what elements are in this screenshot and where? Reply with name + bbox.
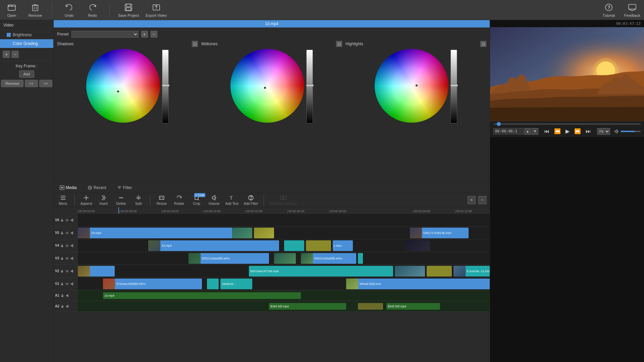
crop-tool[interactable]: Crop 1 Crop [191,194,203,205]
sidebar-item-brightness[interactable]: Brightness [0,31,53,39]
a2-clip-1[interactable]: $345 b5f.mp4 [269,303,346,310]
remove-button[interactable]: Remove [27,3,44,17]
v1-audio-icon[interactable] [70,282,74,286]
track-content-v6[interactable] [78,214,490,226]
a1-lock-icon[interactable] [60,294,64,298]
sidebar-item-color-grading[interactable]: Color Grading [0,39,53,48]
rotate-tool[interactable]: Rotate [173,194,185,205]
goto-end-button[interactable]: ⏭ [584,128,593,135]
preset-remove-button[interactable]: − [151,31,157,38]
highlights-color-wheel[interactable] [375,49,448,124]
step-forward-button[interactable]: ⏩ [572,127,583,135]
v1-clip-3[interactable]: 15edc04... [220,279,252,289]
timeline-tracks[interactable]: V6 V5 10.mp4 [54,214,490,362]
track-content-v3[interactable]: 56521ce8a4bfb.wmv 56521ce8a4bfb.wmv [78,252,490,264]
shadows-color-wheel[interactable] [86,49,160,124]
volume-tool[interactable]: Volume [208,194,220,205]
tab-recent[interactable]: Recent [85,184,109,191]
timecode-input[interactable] [493,128,524,134]
a1-mute-icon[interactable] [65,294,69,298]
volume-slider[interactable] [621,131,641,132]
v1-eye-icon[interactable] [65,282,69,286]
midtones-brightness-slider[interactable] [306,50,313,123]
shadows-expand-button[interactable]: ⊡ [192,41,198,47]
midtones-color-wheel[interactable] [230,49,304,124]
track-content-a2[interactable]: $345 b5f.mp4 $345 b5f.mp4 [78,301,490,311]
delete-tool[interactable]: Delete [115,194,127,205]
v4-clip-5[interactable] [405,240,430,251]
keyframe-next-button[interactable]: >> [39,80,52,87]
a1-clip-1[interactable]: 14.mp4 [103,292,301,299]
highlights-wheel-dot[interactable] [415,84,418,87]
v1-clip-4[interactable]: Wheat field.mov [346,279,490,289]
tutorial-button[interactable]: ? Tutorial [600,3,617,17]
a2-clip-2[interactable] [358,303,383,310]
v6-lock-icon[interactable] [60,218,64,222]
v3-clip-1[interactable]: 56521ce8a4bfb.wmv [189,253,269,264]
v5-eye-icon[interactable] [65,231,69,235]
tab-filter[interactable]: Filter [114,184,135,191]
v2-clip-3[interactable] [395,266,425,277]
add-filter-tool[interactable]: Add Filter [244,194,258,205]
v6-eye-icon[interactable] [65,218,69,222]
track-content-v4[interactable]: 10.mp4 1.mov [78,239,490,252]
append-tool[interactable]: Append [80,194,92,205]
keyframe-prev-button[interactable]: << [25,80,38,87]
v4-audio-icon[interactable] [70,244,74,248]
timecode-down-button[interactable]: ▼ [532,128,538,135]
insert-tool[interactable]: Insert [98,194,110,205]
step-back-button[interactable]: ⏪ [552,127,563,135]
shadows-brightness-slider[interactable] [162,50,169,123]
v2-clip-2[interactable]: 5e57a4a1477a9.mp4 [249,266,393,277]
v4-clip-3[interactable] [306,240,331,251]
v3-lock-icon[interactable] [60,256,64,260]
v5-lock-icon[interactable] [60,231,64,235]
midtones-slider-thumb[interactable] [306,84,314,86]
add-text-tool[interactable]: T Add Text [225,194,238,205]
v4-clip-4[interactable]: 1.mov [333,240,353,251]
timecode-up-button[interactable]: ▲ [524,128,531,135]
v4-lock-icon[interactable] [60,244,64,248]
split-tool[interactable]: Split [132,194,145,205]
v1-clip-2[interactable] [207,279,219,289]
undo-button[interactable]: Undo [61,3,77,17]
zoom-in-button[interactable]: + [468,196,476,204]
shadows-slider-thumb[interactable] [162,84,169,86]
a2-lock-icon[interactable] [60,304,64,308]
play-button[interactable]: ▶ [564,127,572,135]
highlights-brightness-slider[interactable] [450,50,457,123]
v5-clip-2[interactable] [232,228,252,238]
keyframe-remove-button[interactable]: Remove [1,80,23,87]
shadows-wheel-dot[interactable] [117,90,119,93]
v1-lock-icon[interactable] [60,282,64,286]
preset-add-button[interactable]: + [141,31,148,38]
v5-audio-icon[interactable] [70,231,74,235]
v2-clip-1[interactable] [78,266,115,277]
v3-eye-icon[interactable] [65,256,69,260]
goto-start-button[interactable]: ⏮ [542,128,551,135]
resize-tool[interactable]: Resize [156,194,168,205]
v2-clip-4[interactable] [427,266,452,277]
v2-lock-icon[interactable] [60,269,64,273]
track-content-v5[interactable]: 10.mp4 5361717c9014b.mov [78,227,490,239]
save-project-button[interactable]: Save Project [118,3,139,17]
feedback-button[interactable]: Feedback [624,3,641,17]
v1-clip-1[interactable]: 5720aec495669.MOV [103,279,202,289]
v4-eye-icon[interactable] [65,244,69,248]
highlights-expand-button[interactable]: ⊡ [480,41,486,47]
v4-clip-1[interactable]: 10.mp4 [148,240,279,251]
v3-clip-2[interactable] [274,253,296,264]
keyframe-add-button[interactable]: Add [19,70,35,78]
preset-select[interactable] [71,31,139,38]
fit-select[interactable]: Fit [597,128,610,135]
add-effect-button[interactable]: + [3,51,10,58]
v3-clip-3[interactable]: 56521ce8a4bfb.wmv [301,253,356,264]
tab-media[interactable]: Media [57,184,79,191]
v5-clip-1[interactable]: 10.mp4 [78,228,232,238]
v5-clip-3[interactable] [254,228,274,238]
midtones-wheel-dot[interactable] [264,86,266,89]
v2-audio-icon[interactable] [70,269,74,273]
redo-button[interactable]: Redo [84,3,101,17]
track-content-v1[interactable]: 5720aec495669.MOV 15edc04... Wheat field… [78,278,490,290]
open-button[interactable]: Open [3,3,20,17]
